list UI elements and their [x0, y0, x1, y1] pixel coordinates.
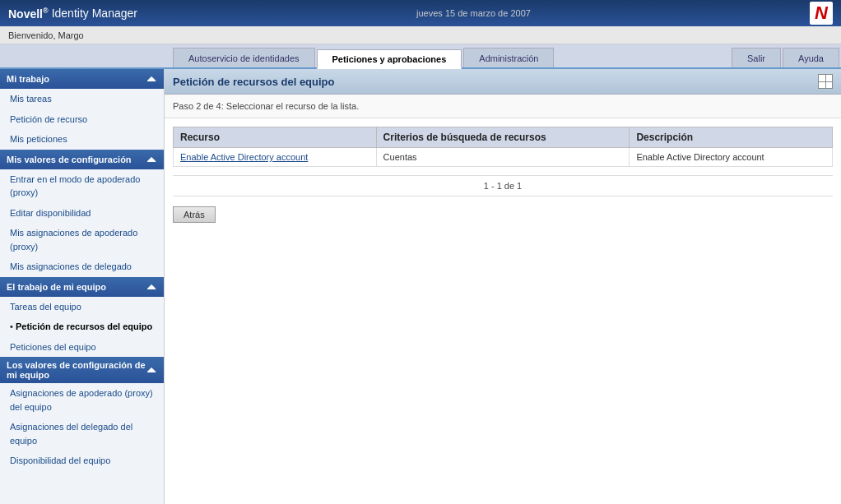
pagination: 1 - 1 de 1: [173, 175, 833, 197]
collapse-icon-mis-valores: ⏶: [146, 153, 157, 166]
cell-recurso: Enable Active Directory account: [174, 148, 377, 167]
sidebar-item-peticion-recurso[interactable]: Petición de recurso: [0, 109, 164, 130]
nav-tabs: Autoservicio de identidades Peticiones y…: [0, 44, 841, 69]
sidebar-section-header-mis-valores[interactable]: Mis valores de configuración ⏶: [0, 150, 164, 169]
sidebar: Mi trabajo ⏶ Mis tareas Petición de recu…: [0, 69, 165, 504]
sidebar-item-tareas-equipo[interactable]: Tareas del equipo: [0, 297, 164, 317]
sidebar-section-valores-configuracion: Los valores de configuración de mi equip…: [0, 357, 164, 471]
step-info: Paso 2 de 4: Seleccionar el recurso de l…: [165, 95, 841, 118]
sidebar-section-mi-trabajo: Mi trabajo ⏶ Mis tareas Petición de recu…: [0, 69, 164, 150]
page-title: Petición de recursos del equipo: [173, 76, 335, 88]
user-bar: Bienvenido, Margo: [0, 26, 841, 44]
grid-view-icon[interactable]: [818, 74, 833, 89]
sidebar-section-mis-valores: Mis valores de configuración ⏶ Entrar en…: [0, 150, 164, 277]
main-title-bar: Petición de recursos del equipo: [165, 69, 841, 95]
col-criterios: Criterios de búsqueda de recursos: [376, 127, 630, 148]
col-recurso: Recurso: [174, 127, 377, 148]
tab-autoservicio[interactable]: Autoservicio de identidades: [173, 48, 315, 67]
main-content: Petición de recursos del equipo Paso 2 d…: [165, 69, 841, 504]
collapse-icon-mi-trabajo: ⏶: [146, 72, 157, 86]
sidebar-item-mis-peticiones[interactable]: Mis peticiones: [0, 129, 164, 150]
sidebar-item-editar-disponibilidad[interactable]: Editar disponibilidad: [0, 203, 164, 224]
sidebar-item-peticiones-equipo[interactable]: Peticiones del equipo: [0, 337, 164, 358]
back-button[interactable]: Atrás: [173, 206, 216, 223]
collapse-icon-valores-configuracion: ⏶: [146, 363, 157, 377]
tab-ayuda[interactable]: Ayuda: [783, 48, 839, 67]
header-date: jueves 15 de marzo de 2007: [416, 8, 531, 18]
sidebar-section-header-trabajo-equipo[interactable]: El trabajo de mi equipo ⏶: [0, 277, 164, 297]
cell-descripcion: Enable Active Directory account: [630, 148, 833, 167]
novell-brand: Novell®: [8, 7, 49, 21]
sidebar-item-peticion-recursos-equipo[interactable]: Petición de recursos del equipo: [0, 317, 164, 337]
tab-administracion[interactable]: Administración: [463, 48, 554, 67]
sidebar-section-trabajo-equipo: El trabajo de mi equipo ⏶ Tareas del equ…: [0, 277, 164, 358]
header-title: Novell® Identity Manager: [8, 7, 137, 21]
table-row: Enable Active Directory accountCuentasEn…: [174, 148, 833, 167]
sidebar-section-header-mi-trabajo[interactable]: Mi trabajo ⏶: [0, 69, 164, 89]
layout: Mi trabajo ⏶ Mis tareas Petición de recu…: [0, 69, 841, 504]
resource-table-body: Enable Active Directory accountCuentasEn…: [174, 148, 833, 167]
sidebar-item-mis-asignaciones-delegado[interactable]: Mis asignaciones de delegado: [0, 257, 164, 277]
cell-criterios: Cuentas: [376, 148, 630, 167]
tab-peticiones[interactable]: Peticiones y aprobaciones: [317, 49, 462, 69]
user-greeting: Bienvenido, Margo: [8, 30, 84, 40]
sidebar-item-mis-asignaciones-apoderado[interactable]: Mis asignaciones de apoderado (proxy): [0, 223, 164, 257]
tab-salir[interactable]: Salir: [732, 48, 781, 67]
novell-logo: N: [810, 2, 833, 25]
resource-link[interactable]: Enable Active Directory account: [180, 152, 308, 162]
table-header-row: Recurso Criterios de búsqueda de recurso…: [174, 127, 833, 148]
nav-tabs-right: Salir Ayuda: [732, 44, 841, 67]
col-descripcion: Descripción: [630, 127, 833, 148]
collapse-icon-trabajo-equipo: ⏶: [146, 280, 157, 294]
sidebar-item-asignaciones-apoderado-equipo[interactable]: Asignaciones de apoderado (proxy) del eq…: [0, 383, 164, 417]
product-name: Identity Manager: [52, 7, 137, 20]
sidebar-item-mis-tareas[interactable]: Mis tareas: [0, 89, 164, 109]
resource-table: Recurso Criterios de búsqueda de recurso…: [173, 127, 833, 167]
sidebar-item-disponibilidad-equipo[interactable]: Disponibilidad del equipo: [0, 451, 164, 471]
header: Novell® Identity Manager jueves 15 de ma…: [0, 0, 841, 26]
sidebar-section-header-valores-configuracion[interactable]: Los valores de configuración de mi equip…: [0, 357, 164, 383]
sidebar-item-entrar-modo-apoderado[interactable]: Entrar en el modo de apoderado (proxy): [0, 169, 164, 203]
sidebar-item-asignaciones-delegado-equipo[interactable]: Asignaciones del delegado del equipo: [0, 417, 164, 451]
